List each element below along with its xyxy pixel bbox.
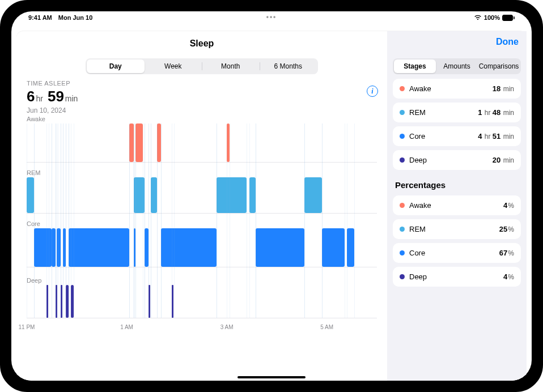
stage-dot-icon [400,134,405,139]
side-tab-comparisons[interactable]: Comparisons [478,59,520,73]
screen: 9:41 AM Mon Jun 10 ••• 100% Sleep [11,11,532,381]
svg-rect-1 [514,16,515,19]
chart-segment-core [145,228,149,267]
chart-segment-core [256,228,304,267]
chart-segment-core [52,228,56,267]
range-tab-6months[interactable]: 6 Months [260,59,317,73]
time-asleep-value: 6hr 59min [27,88,377,105]
main-panel: Sleep DayWeekMonth6 Months TIME ASLEEP 6… [16,31,387,381]
stage-card-deep[interactable]: Deep20 min [393,150,521,170]
svg-rect-0 [503,15,513,20]
page-title: Sleep [190,39,214,49]
chart-segment-rem [27,177,34,213]
side-tab-stages[interactable]: Stages [394,59,436,73]
row-label-core: Core [27,220,40,227]
status-time: 9:41 AM [28,14,52,21]
stage-value: 67% [499,249,514,257]
sleep-chart[interactable]: AwakeREMCoreDeep11 PM1 AM3 AM5 AM [27,117,377,332]
range-tab-day[interactable]: Day [87,59,145,73]
status-bar: 9:41 AM Mon Jun 10 ••• 100% [11,11,532,24]
stage-name: Awake [409,201,431,210]
stage-name: Deep [409,272,427,281]
stage-value: 4% [503,201,514,210]
chart-segment-awake [135,123,142,162]
battery-icon [502,15,515,21]
stage-dot-icon [400,157,405,163]
stage-card-rem[interactable]: REM1 hr 48 min [393,103,521,122]
multitask-dots-icon[interactable]: ••• [266,13,277,21]
range-tab-week[interactable]: Week [145,59,202,73]
stage-name: REM [409,108,426,117]
x-tick: 11 PM [19,324,35,330]
side-panel: Done StagesAmountsComparisons Awake18 mi… [387,31,527,381]
status-date: Mon Jun 10 [58,14,93,21]
chart-segment-awake [157,123,161,162]
stage-dot-icon [400,203,405,208]
range-segmented-control[interactable]: DayWeekMonth6 Months [86,58,318,74]
done-button[interactable]: Done [496,37,519,47]
metric-label: TIME ASLEEP [27,80,377,87]
chart-segment-rem [217,177,247,213]
stage-value: 20 min [493,156,514,164]
stage-value: 1 hr 48 min [478,108,514,117]
stage-dot-icon [400,274,405,279]
percentages-list: Awake4%REM25%Core67%Deep4% [393,195,521,287]
chart-segment-rem [151,177,157,213]
chart-segment-core [347,228,354,267]
percentages-header: Percentages [393,174,521,191]
stage-value: 18 min [493,84,514,93]
chart-segment-core [322,228,345,267]
chart-segment-core [161,228,217,267]
ipad-frame: 9:41 AM Mon Jun 10 ••• 100% Sleep [0,0,543,392]
stage-value: 4 hr 51 min [478,132,514,140]
stage-name: Awake [409,84,431,93]
stage-card-awake[interactable]: Awake18 min [393,79,521,99]
sheet: Sleep DayWeekMonth6 Months TIME ASLEEP 6… [16,31,527,381]
home-indicator[interactable] [237,376,306,378]
side-tab-amounts[interactable]: Amounts [436,59,478,73]
stage-dot-icon [400,250,405,255]
chart-segment-rem [304,177,322,213]
wifi-icon [474,15,482,20]
x-tick: 3 AM [220,324,234,330]
percent-card-rem[interactable]: REM25% [393,219,521,239]
stage-dot-icon [400,86,405,91]
info-icon[interactable]: i [367,86,378,97]
percent-card-core[interactable]: Core67% [393,243,521,263]
side-segmented-control[interactable]: StagesAmountsComparisons [393,58,521,74]
date-text: Jun 10, 2024 [27,106,377,114]
x-tick: 1 AM [120,324,133,330]
stage-value: 25% [499,225,514,233]
stage-dot-icon [400,110,405,115]
chart-segment-awake [129,123,134,162]
status-battery-text: 100% [484,14,500,21]
row-label-rem: REM [27,169,40,176]
percent-card-deep[interactable]: Deep4% [393,267,521,287]
row-label-awake: Awake [27,116,45,122]
stage-value: 4% [503,272,514,281]
stage-name: Core [409,249,425,257]
percent-card-awake[interactable]: Awake4% [393,195,521,215]
stage-name: Core [409,132,425,140]
stage-card-core[interactable]: Core4 hr 51 min [393,126,521,146]
chart-segment-rem [249,177,256,213]
chart-segment-core [69,228,129,267]
stage-name: Deep [409,156,427,164]
stages-list: Awake18 minREM1 hr 48 minCore4 hr 51 min… [393,79,521,170]
x-tick: 5 AM [320,324,333,330]
stage-name: REM [409,225,426,233]
stage-dot-icon [400,227,405,232]
range-tab-month[interactable]: Month [202,59,260,73]
